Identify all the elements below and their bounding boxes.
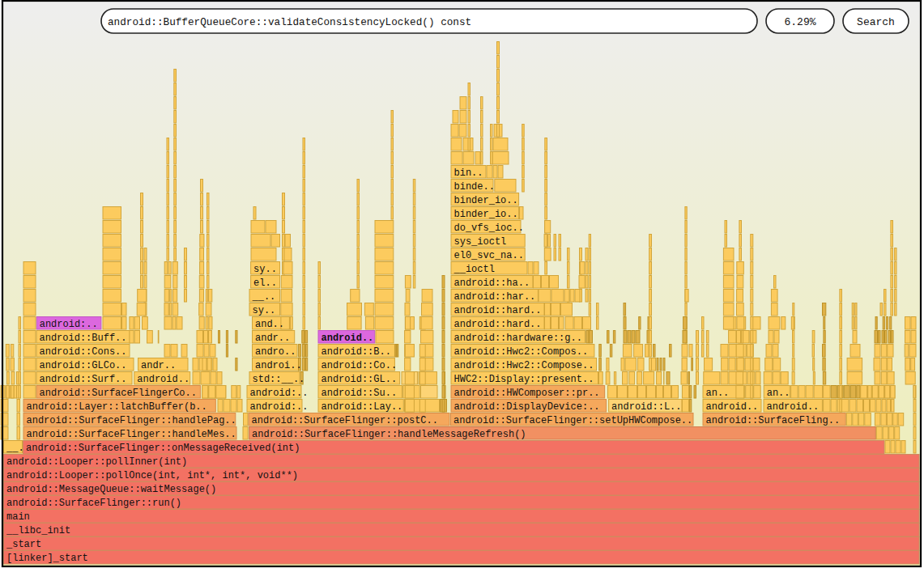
svg-text:6.29%: 6.29% bbox=[784, 16, 815, 28]
svg-text:android::Looper::pollOnce(int,: android::Looper::pollOnce(int, int*, int… bbox=[6, 470, 298, 481]
svg-text:android..: android.. bbox=[767, 401, 820, 413]
svg-text:android::hard..: android::hard.. bbox=[454, 305, 542, 316]
svg-text:andr..: andr.. bbox=[255, 333, 290, 344]
svg-text:an..: an.. bbox=[767, 388, 790, 399]
svg-text:main: main bbox=[6, 511, 30, 523]
svg-text:andr..: andr.. bbox=[141, 360, 176, 371]
svg-text:android::Cons..: android::Cons.. bbox=[40, 346, 127, 358]
svg-text:Search: Search bbox=[857, 16, 895, 28]
svg-text:android..: android.. bbox=[321, 333, 374, 344]
svg-text:el..: el.. bbox=[253, 278, 277, 289]
svg-text:android::SurfaceFlinger::postC: android::SurfaceFlinger::postC.. bbox=[252, 415, 438, 426]
svg-text:__.: __. bbox=[6, 443, 24, 454]
svg-text:android::DisplayDevice:..: android::DisplayDevice:.. bbox=[454, 401, 600, 413]
svg-text:android..: android.. bbox=[706, 401, 759, 413]
svg-text:std::__..: std::__.. bbox=[253, 374, 305, 385]
svg-text:android::SurfaceFlinger::handl: android::SurfaceFlinger::handleMessageRe… bbox=[252, 429, 526, 440]
svg-text:android::SurfaceFling..: android::SurfaceFling.. bbox=[706, 415, 841, 426]
svg-text:android:..: android:.. bbox=[40, 319, 98, 330]
svg-text:android::HWComposer::pr..: android::HWComposer::pr.. bbox=[454, 388, 600, 399]
svg-text:android::B..: android::B.. bbox=[321, 346, 391, 358]
svg-text:android::Hwc2::Compose..: android::Hwc2::Compose.. bbox=[454, 360, 594, 371]
svg-text:android::Layer::latchBuffer(b.: android::Layer::latchBuffer(b.. bbox=[27, 401, 207, 413]
svg-text:android::SurfaceFlinger::setUp: android::SurfaceFlinger::setUpHWCompose.… bbox=[453, 415, 692, 426]
svg-text:binder_io..: binder_io.. bbox=[454, 195, 518, 206]
svg-text:android..: android.. bbox=[137, 374, 189, 385]
svg-text:bin..: bin.. bbox=[454, 167, 483, 179]
svg-text:and..: and.. bbox=[255, 319, 284, 330]
svg-text:android::Su..: android::Su.. bbox=[321, 388, 398, 399]
svg-text:do_vfs_ioc..: do_vfs_ioc.. bbox=[454, 223, 524, 234]
svg-text:[linker]_start: [linker]_start bbox=[6, 553, 88, 564]
svg-text:android::Surf..: android::Surf.. bbox=[40, 374, 127, 385]
svg-text:android::hardware::g..: android::hardware::g.. bbox=[454, 333, 582, 344]
svg-text:andro..: andro.. bbox=[255, 346, 296, 358]
svg-text:android::hard..: android::hard.. bbox=[454, 319, 542, 330]
svg-text:android::SurfaceFlinger::run(): android::SurfaceFlinger::run() bbox=[6, 498, 181, 509]
svg-text:android::SurfaceFlinger::onMes: android::SurfaceFlinger::onMessageReceiv… bbox=[26, 443, 300, 454]
svg-text:android:..: android:.. bbox=[250, 401, 309, 413]
svg-text:android::Looper::pollInner(int: android::Looper::pollInner(int) bbox=[6, 456, 187, 468]
svg-text:el0_svc_na..: el0_svc_na.. bbox=[454, 250, 524, 261]
svg-text:android::SurfaceFlinger::handl: android::SurfaceFlinger::handleMes.. bbox=[27, 429, 236, 440]
svg-text:__libc_init: __libc_init bbox=[6, 525, 70, 536]
svg-text:sy..: sy.. bbox=[253, 264, 277, 275]
svg-text:sys_ioctl: sys_ioctl bbox=[454, 236, 507, 248]
svg-text:_start: _start bbox=[6, 539, 41, 550]
svg-text:HWC2::Display::present..: HWC2::Display::present.. bbox=[454, 374, 594, 385]
svg-text:android::BufferQueueCore::vali: android::BufferQueueCore::validateConsis… bbox=[108, 16, 471, 28]
svg-text:binder_io..: binder_io.. bbox=[454, 209, 518, 220]
svg-text:sy..: sy.. bbox=[253, 305, 276, 316]
svg-text:android::Hwc2::Compos..: android::Hwc2::Compos.. bbox=[454, 346, 589, 358]
svg-text:android::Buff..: android::Buff.. bbox=[40, 333, 127, 344]
svg-text:androi..: androi.. bbox=[255, 360, 302, 371]
svg-text:android::MessageQueue::waitMes: android::MessageQueue::waitMessage() bbox=[6, 484, 216, 495]
svg-text:an..: an.. bbox=[706, 388, 730, 399]
svg-text:android::GLCo..: android::GLCo.. bbox=[40, 360, 127, 371]
svg-text:android::GL..: android::GL.. bbox=[321, 374, 398, 385]
svg-text:__..: __.. bbox=[252, 291, 276, 303]
svg-text:__ioctl: __ioctl bbox=[453, 264, 495, 275]
svg-text:android::SurfaceFlingerCo..: android::SurfaceFlingerCo.. bbox=[40, 388, 197, 399]
svg-text:android::SurfaceFlinger::handl: android::SurfaceFlinger::handlePag.. bbox=[27, 415, 236, 426]
svg-text:android::ha..: android::ha.. bbox=[454, 278, 530, 289]
svg-text:android::har..: android::har.. bbox=[454, 291, 536, 303]
svg-text:android::Lay..: android::Lay.. bbox=[321, 401, 403, 413]
svg-text:binde..: binde.. bbox=[454, 181, 495, 193]
svg-text:android::L..: android::L.. bbox=[611, 401, 681, 413]
svg-text:android::Co..: android::Co.. bbox=[321, 360, 398, 371]
svg-text:android:..: android:.. bbox=[250, 388, 309, 399]
